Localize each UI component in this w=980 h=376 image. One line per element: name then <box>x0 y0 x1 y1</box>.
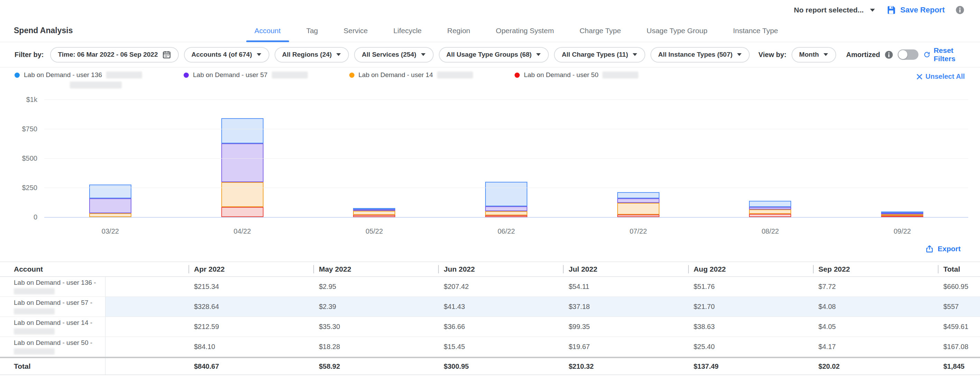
amortized-group: Amortized <box>846 49 918 60</box>
column-header-label: Aug 2022 <box>688 265 726 273</box>
view-by-dropdown[interactable]: Month <box>792 47 836 63</box>
table-row-lab-on-demand-user-57[interactable]: Lab on Demand - user 57 -$328.64$2.39$41… <box>0 297 980 317</box>
column-header-apr-2022[interactable]: Apr 2022 <box>188 265 313 273</box>
total-cell-value: $210.32 <box>563 363 688 370</box>
toggle-knob <box>898 50 907 59</box>
legend-dot-icon <box>184 73 189 78</box>
cell-value: $207.42 <box>438 283 563 290</box>
redacted-text <box>70 82 122 89</box>
info-icon[interactable] <box>955 5 965 15</box>
legend-item-lab-on-demand-user-136[interactable]: Lab on Demand - user 136 <box>14 71 142 89</box>
save-icon <box>886 5 896 15</box>
amortized-toggle[interactable] <box>898 49 918 60</box>
column-header-sep-2022[interactable]: Sep 2022 <box>813 265 938 273</box>
redacted-text <box>14 288 55 294</box>
legend-item-lab-on-demand-user-50[interactable]: Lab on Demand - user 50 <box>515 71 638 79</box>
spacer-cell <box>105 317 188 336</box>
export-button[interactable]: Export <box>925 244 961 253</box>
caret-down-icon <box>536 52 541 57</box>
account-name: Lab on Demand - user 57 - <box>14 299 105 306</box>
cell-value: $37.18 <box>563 303 688 311</box>
stacked-bar-04-22[interactable] <box>221 118 264 217</box>
x-axis-label: 08/22 <box>705 227 837 235</box>
y-axis: $1k$750$500$2500 <box>0 93 37 235</box>
legend-line: Lab on Demand - user 136 <box>14 71 142 79</box>
tab-operating-system[interactable]: Operating System <box>495 19 555 42</box>
stacked-bar-06-22[interactable] <box>485 182 527 217</box>
total-cell-value: $20.02 <box>813 363 938 370</box>
filter-pill-all-services[interactable]: All Services (254) <box>354 47 433 63</box>
report-selector-dropdown[interactable]: No report selected... <box>794 6 875 14</box>
column-header-jun-2022[interactable]: Jun 2022 <box>438 265 563 273</box>
tab-instance-type[interactable]: Instance Type <box>732 19 780 42</box>
stacked-bar-07-22[interactable] <box>617 192 659 217</box>
bar-segment-user-136 <box>617 192 659 198</box>
cell-value: $2.95 <box>313 283 438 290</box>
column-header-aug-2022[interactable]: Aug 2022 <box>688 265 813 273</box>
tab-service[interactable]: Service <box>342 19 369 42</box>
legend-line: Lab on Demand - user 50 <box>515 71 638 79</box>
cell-value: $18.28 <box>313 343 438 351</box>
plot-area <box>44 93 968 224</box>
cell-value: $4.05 <box>813 323 938 331</box>
stacked-bar-03-22[interactable] <box>89 184 131 217</box>
column-header-jul-2022[interactable]: Jul 2022 <box>563 265 688 273</box>
cell-value: $328.64 <box>188 303 313 311</box>
cell-value: $54.11 <box>563 283 688 290</box>
bar-segment-user-136 <box>221 118 264 143</box>
caret-down-icon <box>420 52 426 57</box>
unselect-all-button[interactable]: Unselect All <box>916 73 965 81</box>
column-header-total[interactable]: Total <box>938 265 980 273</box>
bar-segment-user-14 <box>617 203 659 214</box>
cell-value: $212.59 <box>188 323 313 331</box>
filter-pill-all-usage-type-groups[interactable]: All Usage Type Groups (68) <box>439 47 549 63</box>
tab-charge-type[interactable]: Charge Type <box>578 19 622 42</box>
bar-segment-user-136 <box>749 201 791 207</box>
cell-value: $7.72 <box>813 283 938 290</box>
table-row-lab-on-demand-user-50[interactable]: Lab on Demand - user 50 -$84.10$18.28$15… <box>0 337 980 357</box>
bar-segment-user-14 <box>221 182 264 207</box>
reset-filters-button[interactable]: Reset Filters <box>924 46 966 63</box>
filter-pill-accounts-4[interactable]: Accounts 4 (of 674) <box>184 47 269 63</box>
info-icon[interactable] <box>884 50 894 59</box>
table-row-lab-on-demand-user-14[interactable]: Lab on Demand - user 14 -$212.59$35.30$3… <box>0 317 980 337</box>
bar-segment-user-14 <box>485 211 527 215</box>
redacted-text <box>14 328 55 335</box>
amortized-label: Amortized <box>846 51 880 59</box>
stacked-bar-09-22[interactable] <box>881 211 923 217</box>
column-header-label: Sep 2022 <box>813 265 850 273</box>
table-row-lab-on-demand-user-136[interactable]: Lab on Demand - user 136 -$215.34$2.95$2… <box>0 277 980 297</box>
legend-item-lab-on-demand-user-57[interactable]: Lab on Demand - user 57 <box>184 71 307 79</box>
bar-segment-user-57 <box>221 143 264 182</box>
tab-region[interactable]: Region <box>446 19 472 42</box>
stacked-bar-05-22[interactable] <box>353 208 395 217</box>
column-header-may-2022[interactable]: May 2022 <box>313 265 438 273</box>
filter-pill-all-charge-types[interactable]: All Charge Types (11) <box>554 47 645 63</box>
legend-item-lab-on-demand-user-14[interactable]: Lab on Demand - user 14 <box>349 71 473 79</box>
gridline <box>44 158 968 159</box>
tab-account[interactable]: Account <box>253 19 282 42</box>
total-cell-value: $137.49 <box>688 363 813 370</box>
table-total-row: Total$840.67$58.92$300.95$210.32$137.49$… <box>0 357 980 375</box>
filter-pill-time[interactable]: Time: 06 Mar 2022 - 06 Sep 2022 <box>50 47 178 63</box>
save-report-button[interactable]: Save Report <box>886 5 945 15</box>
x-axis-label: 06/22 <box>440 227 572 235</box>
view-by-label: View by: <box>758 51 786 59</box>
filter-pill-all-instance-types[interactable]: All Instance Types (507) <box>651 47 750 63</box>
tab-usage-type-group[interactable]: Usage Type Group <box>645 19 709 42</box>
caret-down-icon <box>632 52 638 57</box>
filter-pills: Time: 06 Mar 2022 - 06 Sep 2022 Accounts… <box>50 47 750 63</box>
x-axis-label: 04/22 <box>177 227 309 235</box>
bar-segment-user-50 <box>617 214 659 217</box>
tab-lifecycle[interactable]: Lifecycle <box>392 19 423 42</box>
column-header-account[interactable]: Account <box>0 265 105 273</box>
x-axis: 03/2204/2205/2206/2207/2208/2209/22 <box>44 227 968 235</box>
filter-pill-all-regions[interactable]: All Regions (24) <box>275 47 349 63</box>
stacked-bar-08-22[interactable] <box>749 201 791 217</box>
legend-line: Lab on Demand - user 57 <box>184 71 307 79</box>
column-header-label: May 2022 <box>313 265 351 273</box>
table-body: Lab on Demand - user 136 -$215.34$2.95$2… <box>0 277 980 375</box>
legend-dot-icon <box>515 73 520 78</box>
redacted-text <box>14 308 55 314</box>
tab-tag[interactable]: Tag <box>305 19 320 42</box>
